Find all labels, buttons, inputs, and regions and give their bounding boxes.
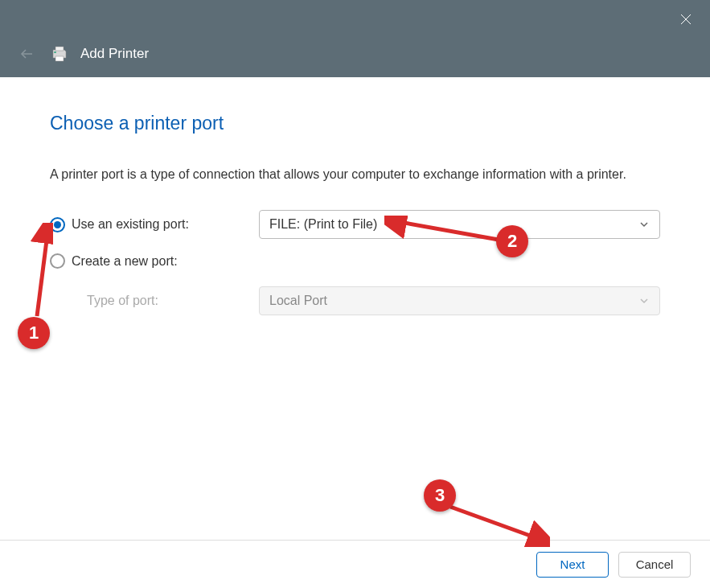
existing-port-value: FILE: (Print to File) — [269, 217, 377, 232]
create-port-radio-group[interactable]: Create a new port: — [50, 253, 259, 269]
existing-port-row: Use an existing port: FILE: (Print to Fi… — [50, 210, 660, 239]
port-type-value: Local Port — [269, 294, 327, 308]
svg-line-7 — [37, 228, 48, 316]
svg-rect-3 — [55, 47, 64, 51]
port-type-select: Local Port — [259, 286, 660, 315]
annotation-badge-3: 3 — [424, 479, 456, 512]
close-button[interactable] — [676, 10, 696, 29]
svg-rect-5 — [54, 51, 56, 53]
titlebar: Add Printer — [0, 0, 710, 77]
annotation-badge-2: 2 — [496, 225, 528, 257]
existing-port-label: Use an existing port: — [72, 217, 189, 232]
footer: Next Cancel — [0, 540, 710, 588]
port-type-row: Type of port: Local Port — [50, 286, 660, 315]
annotation-arrow-2 — [384, 216, 505, 249]
annotation-arrow-1 — [31, 223, 53, 319]
page-description: A printer port is a type of connection t… — [50, 165, 660, 184]
chevron-down-icon — [638, 295, 650, 306]
header-title: Add Printer — [80, 46, 149, 62]
back-arrow-icon — [18, 46, 35, 62]
back-button[interactable] — [18, 45, 35, 63]
page-title: Choose a printer port — [50, 113, 660, 134]
close-icon — [679, 13, 692, 26]
svg-rect-4 — [55, 56, 64, 61]
cancel-button[interactable]: Cancel — [618, 552, 691, 578]
content-area: Choose a printer port A printer port is … — [0, 77, 710, 315]
annotation-arrow-3 — [445, 502, 550, 547]
annotation-badge-1: 1 — [18, 317, 50, 349]
header-row: Add Printer — [0, 45, 149, 77]
existing-port-radio-group[interactable]: Use an existing port: — [50, 217, 259, 232]
printer-icon — [50, 45, 71, 63]
create-port-label: Create a new port: — [72, 254, 178, 269]
svg-line-9 — [391, 220, 499, 240]
create-port-row: Create a new port: — [50, 253, 660, 269]
port-type-label: Type of port: — [87, 294, 158, 307]
next-button[interactable]: Next — [536, 552, 609, 578]
svg-line-11 — [450, 507, 544, 541]
chevron-down-icon — [638, 219, 650, 230]
